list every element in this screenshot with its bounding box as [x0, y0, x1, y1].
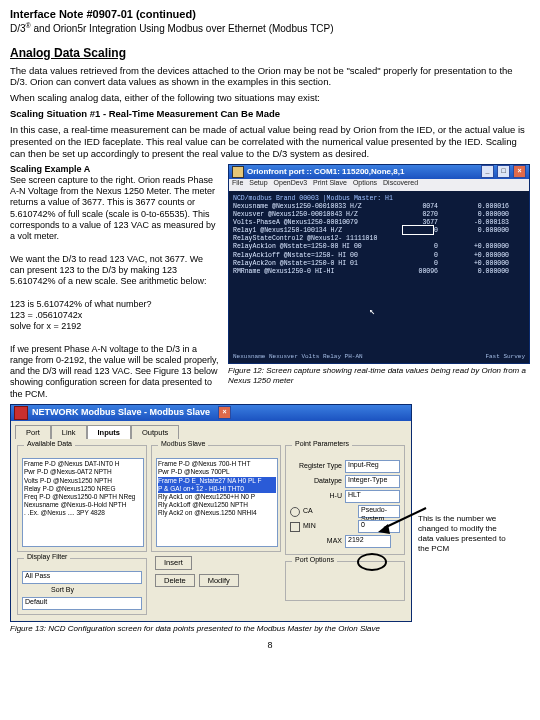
example-a-p1: See screen capture to the right. Orion r…: [10, 175, 220, 243]
datatype-select[interactable]: Integer-Type: [345, 475, 400, 488]
terminal-title: Orionfront port :: COM1: 115200,None,8,1: [247, 167, 404, 177]
table-row: RelayAck1off @Nstate=1250- HI 000+0.0000…: [233, 252, 525, 260]
config-window: NETWORK Modbus Slave - Modbus Slave × Po…: [10, 404, 412, 622]
intro-paragraph-1: The data values retrieved from the devic…: [10, 65, 530, 89]
figure-12-caption: Figure 12: Screen capture showing real-t…: [228, 366, 530, 386]
doc-title: Interface Note #0907-01 (continued): [10, 8, 530, 22]
point-parameters-group: Point Parameters Register TypeInput-Reg …: [285, 445, 405, 555]
doc-subtitle: D/3® and Orion5r Integration Using Modbu…: [10, 22, 530, 36]
tab-outputs[interactable]: Outputs: [131, 425, 179, 439]
table-row: Volts-PhaseA @Nexus1250-000100793677-0.0…: [233, 219, 525, 227]
table-row: RelayStateControl2 @Nexus12- 11111010: [233, 235, 525, 243]
app-icon: [14, 406, 28, 420]
modbus-slave-group: Modbus Slave Frame P-D @Nexus 700-H THT …: [151, 445, 281, 552]
svg-line-0: [384, 508, 426, 528]
delete-button[interactable]: Delete: [155, 574, 195, 587]
display-filter-group: Display Filter All Pass Sort By Default: [17, 558, 147, 615]
table-row: Nexusver @Nexus1250-00010043 H/Z02700.00…: [233, 211, 525, 219]
table-row: RelayAck2on @Nstate=1250-0 HI 010+0.0000…: [233, 260, 525, 268]
arrow-icon: [378, 504, 428, 534]
ca-radio[interactable]: [290, 507, 300, 517]
cursor-icon: ↖: [369, 306, 375, 319]
config-title: NETWORK Modbus Slave - Modbus Slave: [32, 407, 210, 418]
max-field[interactable]: 2192: [345, 535, 391, 548]
terminal-menubar[interactable]: FileSetupOpenDev3Print SlaveOptionsDisco…: [229, 179, 529, 191]
close-button[interactable]: ×: [218, 406, 231, 419]
tab-bar: Port Link Inputs Outputs: [11, 421, 411, 439]
example-a-p3: If we present Phase A-N voltage to the D…: [10, 344, 220, 400]
min-check[interactable]: [290, 522, 300, 532]
close-button[interactable]: ×: [513, 165, 526, 178]
tab-inputs[interactable]: Inputs: [87, 425, 132, 439]
register-type-select[interactable]: Input-Reg: [345, 460, 400, 473]
table-row: RelayAck1on @Nstate=1250-00 HI 000+0.000…: [233, 243, 525, 251]
port-options-group: Port Options: [285, 561, 405, 601]
table-row: RMRname @Nexus1250-0 HI-HI000960.000000: [233, 268, 525, 276]
situation-heading: Scaling Situation #1 - Real-Time Measure…: [10, 108, 530, 120]
display-filter-select[interactable]: All Pass: [22, 571, 142, 584]
available-data-group: Available Data Frame P-D @Nexus DAT-INT0…: [17, 445, 147, 552]
example-a-calc2: 123 = .05610742x: [10, 310, 220, 321]
modify-button[interactable]: Modify: [199, 574, 239, 587]
annotation-text: This is the number we changed to modify …: [418, 404, 513, 554]
intro-paragraph-2: When scaling analog data, either of the …: [10, 92, 530, 104]
situation-body: In this case, a real-time measurement ca…: [10, 124, 530, 160]
terminal-body: NCD/modbus Brand 00003 |Modbus Master: H…: [229, 191, 529, 363]
svg-marker-1: [378, 524, 390, 534]
terminal-window: Orionfront port :: COM1: 115200,None,8,1…: [228, 164, 530, 364]
hu-field[interactable]: HLT: [345, 490, 400, 503]
insert-button[interactable]: Insert: [155, 556, 192, 569]
example-a-calc3: solve for x = 2192: [10, 321, 220, 332]
available-listbox[interactable]: Frame P-D @Nexus DAT-INT0 H Pwr P-D @Nex…: [22, 458, 144, 547]
minimize-button[interactable]: _: [481, 165, 494, 178]
section-heading: Analog Data Scaling: [10, 46, 530, 61]
page-number: 8: [10, 640, 530, 651]
terminal-titlebar: Orionfront port :: COM1: 115200,None,8,1…: [229, 165, 529, 179]
example-a-p2: We want the D/3 to read 123 VAC, not 367…: [10, 254, 220, 288]
table-row: Relay1 @Nexus1250-100134 H/Z00.000000: [233, 227, 525, 235]
tab-port[interactable]: Port: [15, 425, 51, 439]
maximize-button[interactable]: □: [497, 165, 510, 178]
example-a-calc1: 123 is 5.610742% of what number?: [10, 299, 220, 310]
example-a-heading: Scaling Example A: [10, 164, 220, 175]
app-icon: [232, 166, 244, 178]
tab-link[interactable]: Link: [51, 425, 87, 439]
table-row: Nexusname @Nexus1250-00010033 H/Z00740.0…: [233, 203, 525, 211]
config-titlebar: NETWORK Modbus Slave - Modbus Slave ×: [11, 405, 411, 421]
figure-13-caption: Figure 13: NCD Configuration screen for …: [10, 624, 530, 634]
sortby-select[interactable]: Default: [22, 597, 142, 610]
slave-listbox[interactable]: Frame P-D @Nexus 700-H THT Pwr P-D @Nexu…: [156, 458, 278, 547]
